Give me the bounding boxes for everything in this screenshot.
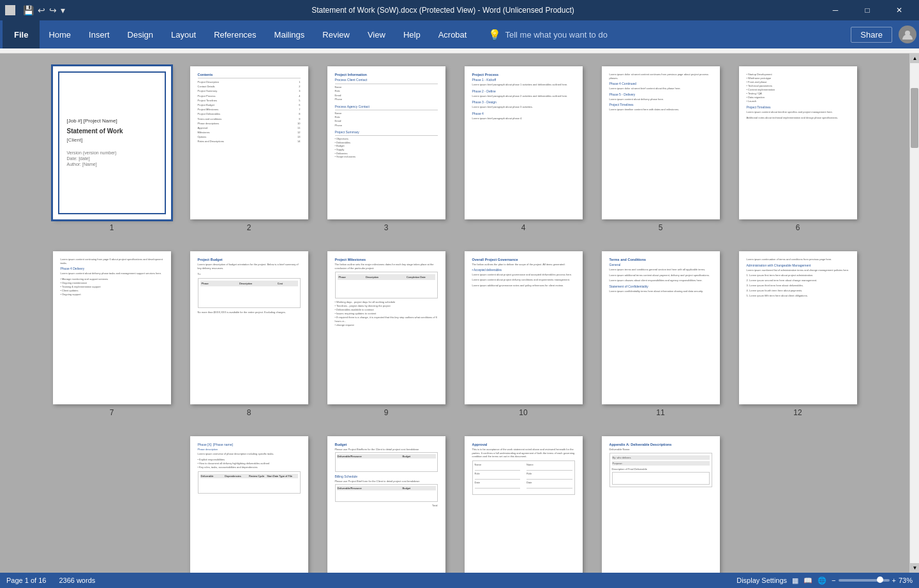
- status-bar: Page 1 of 16 2366 words Display Settings…: [0, 573, 919, 588]
- cover-job-line: [Job #] [Project Name]: [67, 118, 157, 124]
- help-menu[interactable]: Help: [394, 20, 430, 48]
- page-16-container: Appendix A: Deliverable Descriptions Del…: [602, 436, 720, 573]
- page-10-container: Overall Project Governance The below out…: [465, 251, 583, 417]
- page-8-container: Project Budget Lorem ipsum description o…: [190, 251, 308, 417]
- page-3[interactable]: Project Information Process Client Conta…: [327, 66, 445, 219]
- page-2-container: Contents Project Description1 Contact De…: [190, 66, 308, 232]
- view-read[interactable]: 📖: [803, 577, 812, 585]
- page-3-container: Project Information Process Client Conta…: [327, 66, 445, 232]
- page-12-number: 12: [793, 408, 802, 417]
- page-14-container: Budget Please use Project Briefform for …: [327, 436, 445, 573]
- scroll-up-button[interactable]: ▲: [910, 54, 919, 63]
- mailings-menu[interactable]: Mailings: [265, 20, 314, 48]
- page-7[interactable]: Lorem ipsum content continuing from page…: [53, 251, 171, 404]
- page-4-number: 4: [521, 223, 526, 232]
- save-icon[interactable]: 💾: [23, 5, 34, 15]
- vertical-scrollbar[interactable]: ▲ ▼: [909, 54, 919, 573]
- status-right: Display Settings ▦ 📖 🌐 − + 73%: [736, 577, 913, 585]
- page-6[interactable]: • Startup Development • Wireframe protot…: [739, 66, 857, 219]
- view-menu[interactable]: View: [359, 20, 394, 48]
- display-settings[interactable]: Display Settings: [736, 577, 787, 584]
- design-menu[interactable]: Design: [119, 20, 162, 48]
- menu-bar: File Home Insert Design Layout Reference…: [0, 20, 919, 48]
- page-1[interactable]: [Job #] [Project Name] Statement of Work…: [53, 66, 171, 219]
- window-controls[interactable]: ─ □ ✕: [821, 0, 914, 20]
- page-7-number: 7: [110, 408, 114, 417]
- scroll-thumb[interactable]: [911, 88, 918, 148]
- page-info: Page 1 of 16: [6, 577, 46, 584]
- page-10-number: 10: [519, 408, 527, 417]
- search-bar[interactable]: 💡 Tell me what you want to do: [488, 29, 607, 41]
- zoom-in-button[interactable]: +: [892, 577, 896, 584]
- minimize-button[interactable]: ─: [821, 0, 850, 20]
- page-15[interactable]: Approval This is to be acceptance of the…: [465, 436, 583, 573]
- page-6-container: • Startup Development • Wireframe protot…: [739, 66, 857, 232]
- page-3-number: 3: [384, 223, 389, 232]
- page-11-container: Terms and Conditions General Lorem ipsum…: [602, 251, 720, 417]
- page-12-container: Lorem ipsum continuation of terms and co…: [739, 251, 857, 417]
- user-avatar[interactable]: [899, 26, 916, 43]
- cover-title: Statement of Work: [67, 128, 157, 135]
- page-2[interactable]: Contents Project Description1 Contact De…: [190, 66, 308, 219]
- window-title: Statement of Work (SoW).docx (Protected …: [65, 6, 821, 15]
- page-5-number: 5: [659, 223, 663, 232]
- zoom-controls: − + 73%: [832, 577, 913, 584]
- quick-access-toolbar[interactable]: 💾 ↩ ↪ ▾: [23, 5, 65, 15]
- zoom-level[interactable]: 73%: [899, 577, 913, 584]
- content-area: [Job #] [Project Name] Statement of Work…: [0, 54, 919, 573]
- maximize-button[interactable]: □: [853, 0, 882, 20]
- page-9-container: Project Milestones The below outline set…: [327, 251, 445, 417]
- ribbon-divider: [0, 48, 919, 54]
- title-bar-left: 💾 ↩ ↪ ▾: [5, 5, 65, 15]
- word-count: 2366 words: [59, 577, 95, 584]
- scroll-down-button[interactable]: ▼: [910, 563, 919, 573]
- page-13-container: Phase [X]: [Phase name] Phase descriptio…: [190, 436, 308, 573]
- home-menu[interactable]: Home: [40, 20, 80, 48]
- page-1-number: 1: [110, 223, 114, 232]
- acrobat-menu[interactable]: Acrobat: [430, 20, 476, 48]
- redo-icon[interactable]: ↪: [49, 5, 57, 15]
- page-4-container: Project Process Phase 1 - Kickoff Lorem …: [465, 66, 583, 232]
- page-8[interactable]: Project Budget Lorem ipsum description o…: [190, 251, 308, 404]
- zoom-out-button[interactable]: −: [832, 577, 835, 584]
- page-1-container: [Job #] [Project Name] Statement of Work…: [53, 66, 171, 232]
- title-bar: 💾 ↩ ↪ ▾ Statement of Work (SoW).docx (Pr…: [0, 0, 919, 20]
- references-menu[interactable]: References: [205, 20, 265, 48]
- page-9-number: 9: [384, 408, 389, 417]
- lightbulb-icon: 💡: [488, 29, 501, 41]
- page-11[interactable]: Terms and Conditions General Lorem ipsum…: [602, 251, 720, 404]
- file-menu[interactable]: File: [3, 20, 40, 48]
- dropdown-icon[interactable]: ▾: [61, 5, 65, 15]
- zoom-slider[interactable]: [839, 579, 890, 582]
- page-6-number: 6: [796, 223, 800, 232]
- search-text[interactable]: Tell me what you want to do: [505, 30, 607, 40]
- view-normal[interactable]: ▦: [792, 577, 798, 585]
- review-menu[interactable]: Review: [313, 20, 359, 48]
- layout-menu[interactable]: Layout: [162, 20, 205, 48]
- page-16[interactable]: Appendix A: Deliverable Descriptions Del…: [602, 436, 720, 573]
- page-9[interactable]: Project Milestones The below outline set…: [327, 251, 445, 404]
- scroll-track[interactable]: [910, 63, 919, 563]
- close-button[interactable]: ✕: [885, 0, 914, 20]
- insert-menu[interactable]: Insert: [80, 20, 119, 48]
- page-4[interactable]: Project Process Phase 1 - Kickoff Lorem …: [465, 66, 583, 219]
- page-15-container: Approval This is to be acceptance of the…: [465, 436, 583, 573]
- page-11-number: 11: [656, 408, 664, 417]
- page-5[interactable]: Lorem ipsum dolor sit amet content conti…: [602, 66, 720, 219]
- zoom-thumb: [877, 577, 883, 583]
- page-13[interactable]: Phase [X]: [Phase name] Phase descriptio…: [190, 436, 308, 573]
- page-5-container: Lorem ipsum dolor sit amet content conti…: [602, 66, 720, 232]
- page-10[interactable]: Overall Project Governance The below out…: [465, 251, 583, 404]
- undo-icon[interactable]: ↩: [38, 5, 45, 15]
- pages-grid: [Job #] [Project Name] Statement of Work…: [27, 66, 883, 573]
- cover-client: [Client]: [67, 137, 157, 143]
- share-button[interactable]: Share: [851, 27, 892, 43]
- page-2-number: 2: [247, 223, 251, 232]
- page-12[interactable]: Lorem ipsum continuation of terms and co…: [739, 251, 857, 404]
- word-icon: [5, 5, 15, 15]
- view-web[interactable]: 🌐: [818, 577, 826, 585]
- page-8-number: 8: [247, 408, 251, 417]
- page-7-container: Lorem ipsum content continuing from page…: [53, 251, 171, 417]
- page-14[interactable]: Budget Please use Project Briefform for …: [327, 436, 445, 573]
- document-scroll[interactable]: [Job #] [Project Name] Statement of Work…: [0, 54, 909, 573]
